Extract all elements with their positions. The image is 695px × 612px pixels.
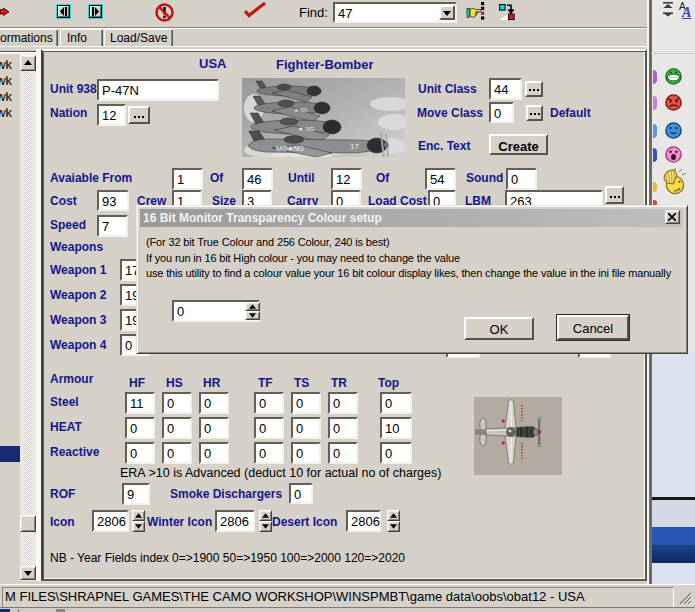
svg-text:MO★NG: MO★NG: [276, 145, 304, 152]
svg-text:★-NG: ★-NG: [298, 126, 315, 132]
svg-text:★-NG: ★-NG: [294, 107, 308, 113]
svg-text:17: 17: [350, 142, 359, 151]
